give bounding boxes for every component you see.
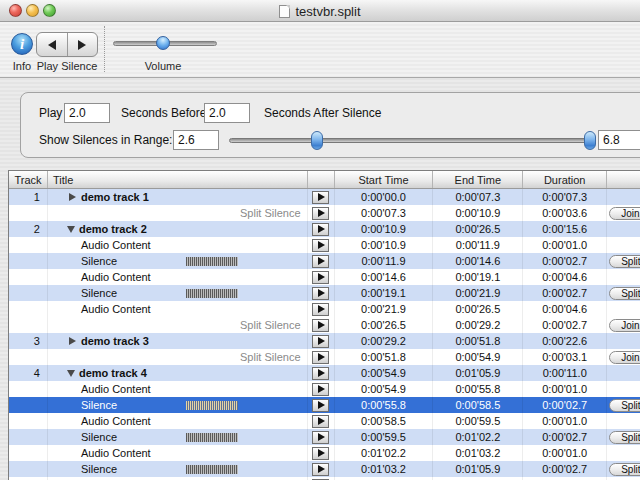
start-time-cell: 0:00'10.9 <box>335 237 434 253</box>
play-row-button[interactable] <box>312 431 329 444</box>
play-row-button[interactable] <box>312 191 329 204</box>
segment-title: Audio Content <box>48 383 151 395</box>
duration-cell: 0:00'01.0 <box>523 381 607 397</box>
table-row[interactable]: Silence0:00'59.50:01'02.20:00'02.7Split <box>9 429 640 445</box>
table-row[interactable]: Silence0:00'55.80:00'58.50:00'02.7Split <box>9 397 640 413</box>
range-slider-min-handle[interactable] <box>311 131 323 150</box>
track-number-cell <box>9 413 48 429</box>
split-button[interactable]: Split <box>609 463 640 476</box>
disclosure-triangle-icon[interactable] <box>69 193 76 201</box>
play-icon <box>318 449 325 457</box>
table-row[interactable]: Split Silence0:00'07.30:00'10.90:00'03.6… <box>9 205 640 221</box>
settings-panel: Play Seconds Before, Seconds After Silen… <box>20 92 640 158</box>
play-row-button[interactable] <box>312 207 329 220</box>
play-row-button[interactable] <box>312 383 329 396</box>
table-row[interactable]: Audio Content0:00'10.90:00'11.90:00'01.0 <box>9 237 640 253</box>
track-number-cell: 3 <box>9 333 48 349</box>
split-button[interactable]: Split <box>609 255 640 268</box>
action-cell <box>607 189 640 205</box>
range-max-field[interactable] <box>598 130 640 150</box>
title-bar[interactable]: testvbr.split <box>0 0 640 22</box>
table-row[interactable]: Audio Content0:00'14.60:00'19.10:00'04.6 <box>9 269 640 285</box>
play-row-button[interactable] <box>312 271 329 284</box>
split-button[interactable]: Split <box>609 431 640 444</box>
table-row[interactable]: Silence0:00'19.10:00'21.90:00'02.7Split <box>9 285 640 301</box>
play-row-button[interactable] <box>312 255 329 268</box>
action-cell: Join <box>607 317 640 333</box>
range-slider-track[interactable] <box>229 138 593 143</box>
play-row-button[interactable] <box>312 399 329 412</box>
column-header-track[interactable]: Track <box>9 171 48 188</box>
action-cell <box>607 445 640 461</box>
split-button[interactable]: Split <box>609 399 640 412</box>
play-icon <box>318 353 325 361</box>
play-row-button[interactable] <box>312 463 329 476</box>
start-time-cell: 0:00'00.0 <box>335 189 434 205</box>
column-header-start-time[interactable]: Start Time <box>335 171 434 188</box>
table-row[interactable]: 2demo track 20:00'10.90:00'26.50:00'15.6 <box>9 221 640 237</box>
play-row-button[interactable] <box>312 335 329 348</box>
title-cell: Split Silence <box>48 317 308 333</box>
play-row-button[interactable] <box>312 287 329 300</box>
column-header-action <box>607 171 640 188</box>
seconds-after-field[interactable] <box>204 103 250 123</box>
play-row-button[interactable] <box>312 367 329 380</box>
play-icon <box>318 401 325 409</box>
end-time-cell: 0:01'03.2 <box>433 445 523 461</box>
join-button[interactable]: Join <box>609 319 640 332</box>
table-header: Track Title Start Time End Time Duration <box>9 171 640 189</box>
track-number-cell <box>9 253 48 269</box>
end-time-cell: 0:00'19.1 <box>433 269 523 285</box>
disclosure-triangle-icon[interactable] <box>67 370 75 377</box>
play-previous-silence-button[interactable] <box>37 33 67 56</box>
disclosure-triangle-icon[interactable] <box>67 226 75 233</box>
table-row[interactable]: 3demo track 30:00'29.20:00'51.80:00'22.6 <box>9 333 640 349</box>
column-header-duration[interactable]: Duration <box>523 171 607 188</box>
play-row-button[interactable] <box>312 351 329 364</box>
play-row-button[interactable] <box>312 303 329 316</box>
play-row-button[interactable] <box>312 447 329 460</box>
seconds-before-field[interactable] <box>64 103 110 123</box>
track-title: demo track 1 <box>81 191 149 203</box>
play-next-silence-button[interactable] <box>67 33 98 56</box>
join-button[interactable]: Join <box>609 351 640 364</box>
action-cell <box>607 413 640 429</box>
title-cell: Audio Content <box>48 413 308 429</box>
duration-cell: 0:00'03.1 <box>523 349 607 365</box>
table-row[interactable]: Silence0:00'11.90:00'14.60:00'02.7Split <box>9 253 640 269</box>
table-row[interactable]: Silence0:01'03.20:01'05.90:00'02.7Split <box>9 461 640 477</box>
silence-waveform-icon <box>186 289 238 298</box>
volume-slider-knob[interactable] <box>156 36 170 50</box>
table-row[interactable]: Audio Content0:01'02.20:01'03.20:00'01.0 <box>9 445 640 461</box>
play-icon <box>318 385 325 393</box>
play-icon <box>318 305 325 313</box>
play-row-button[interactable] <box>312 319 329 332</box>
table-row[interactable]: 4demo track 40:00'54.90:01'05.90:00'11.0 <box>9 365 640 381</box>
play-row-button[interactable] <box>312 223 329 236</box>
start-time-cell: 0:00'10.9 <box>335 221 434 237</box>
info-button[interactable]: i <box>11 33 33 55</box>
range-slider-max-handle[interactable] <box>584 131 596 150</box>
toolbar-separator <box>104 26 105 72</box>
table-row[interactable]: Split Silence0:00'51.80:00'54.90:00'03.1… <box>9 349 640 365</box>
table-row[interactable]: 1demo track 10:00'00.00:00'07.30:00'07.3 <box>9 189 640 205</box>
track-title: demo track 4 <box>79 367 147 379</box>
column-header-end-time[interactable]: End Time <box>433 171 523 188</box>
track-number-cell: 2 <box>9 221 48 237</box>
disclosure-triangle-icon[interactable] <box>69 337 76 345</box>
column-header-play[interactable] <box>308 171 335 188</box>
action-cell <box>607 333 640 349</box>
end-time-cell: 0:00'07.3 <box>433 189 523 205</box>
duration-cell: 0:00'01.0 <box>523 413 607 429</box>
join-button[interactable]: Join <box>609 207 640 220</box>
table-row[interactable]: Audio Content0:00'21.90:00'26.50:00'04.6 <box>9 301 640 317</box>
range-min-field[interactable] <box>173 130 219 150</box>
play-cell <box>308 365 335 381</box>
table-row[interactable]: Split Silence0:00'26.50:00'29.20:00'02.7… <box>9 317 640 333</box>
column-header-title[interactable]: Title <box>48 171 308 188</box>
split-button[interactable]: Split <box>609 287 640 300</box>
table-row[interactable]: Audio Content0:00'54.90:00'55.80:00'01.0 <box>9 381 640 397</box>
play-row-button[interactable] <box>312 415 329 428</box>
table-row[interactable]: Audio Content0:00'58.50:00'59.50:00'01.0 <box>9 413 640 429</box>
play-row-button[interactable] <box>312 239 329 252</box>
